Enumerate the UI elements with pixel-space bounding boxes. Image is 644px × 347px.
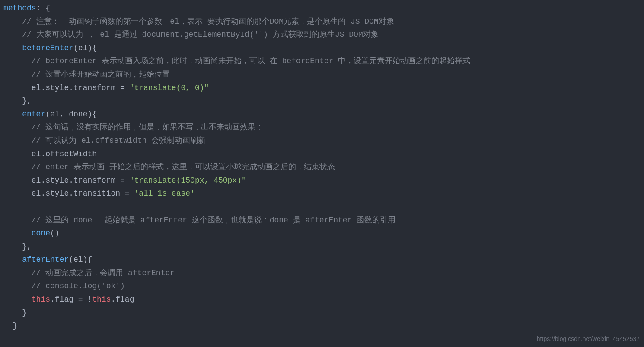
code-token: el	[78, 44, 88, 52]
code-token: this	[32, 295, 50, 304]
code-token: ()	[50, 229, 60, 238]
code-token	[3, 57, 32, 65]
code-token: },	[3, 96, 32, 105]
code-token: // 大家可以认为 ， el 是通过 document.getElementBy…	[22, 30, 378, 39]
code-token	[3, 229, 32, 238]
code-line: }	[3, 319, 641, 333]
code-token: el.style.transform =	[3, 176, 130, 185]
code-line: el.offsetWidth	[3, 148, 641, 161]
code-token: 'all 1s ease'	[134, 189, 194, 198]
code-token: afterEnter	[22, 255, 69, 264]
code-token: // 可以认为 el.offsetWidth 会强制动画刷新	[32, 136, 206, 145]
code-line: afterEnter(el){	[3, 253, 641, 267]
code-token: ){	[83, 255, 92, 264]
code-token: }	[3, 308, 27, 317]
code-token: el.style.transform =	[3, 84, 130, 92]
code-token	[3, 136, 32, 145]
code-token	[3, 282, 32, 290]
code-line: // console.log('ok')	[3, 280, 641, 293]
code-token: // 这句话，没有实际的作用，但是，如果不写，出不来动画效果；	[32, 123, 263, 132]
code-line: el.style.transform = "translate(150px, 4…	[3, 174, 641, 187]
code-token: ){	[87, 44, 97, 52]
code-token: : {	[36, 4, 50, 13]
code-token	[3, 163, 32, 171]
code-token: (	[73, 44, 78, 52]
code-token	[3, 30, 22, 39]
code-token: enter	[22, 110, 45, 119]
code-token	[3, 70, 32, 79]
code-line: // enter 表示动画 开始之后的样式，这里，可以设置小球完成动画之后的，结…	[3, 161, 641, 174]
code-token	[3, 295, 32, 304]
code-line: // 动画完成之后，会调用 afterEnter	[3, 267, 641, 280]
code-token: },	[3, 242, 32, 251]
code-line	[3, 200, 641, 214]
code-token: ){	[87, 110, 97, 119]
code-token: // enter 表示动画 开始之后的样式，这里，可以设置小球完成动画之后的，结…	[32, 163, 335, 171]
code-line: methods: {	[3, 2, 641, 15]
code-token: // 注意： 动画钩子函数的第一个参数：el，表示 要执行动画的那个DOM元素，…	[22, 17, 394, 26]
code-line: done()	[3, 227, 641, 240]
code-line: this.flag = !this.flag	[3, 293, 641, 306]
code-token: // 设置小球开始动画之前的，起始位置	[32, 70, 170, 79]
code-token: // console.log('ok')	[32, 282, 125, 290]
code-line: // 这里的 done， 起始就是 afterEnter 这个函数，也就是说：d…	[3, 214, 641, 227]
code-line: // 这句话，没有实际的作用，但是，如果不写，出不来动画效果；	[3, 121, 641, 134]
code-token: "translate(0, 0)"	[130, 84, 209, 92]
code-token	[3, 44, 22, 52]
code-token: this	[92, 295, 111, 304]
code-line: beforeEnter(el){	[3, 42, 641, 55]
code-line: }	[3, 306, 641, 320]
code-line: enter(el, done){	[3, 108, 641, 121]
code-token: // 这里的 done， 起始就是 afterEnter 这个函数，也就是说：d…	[32, 216, 395, 225]
code-line: // 大家可以认为 ， el 是通过 document.getElementBy…	[3, 28, 641, 42]
code-token	[3, 17, 22, 26]
code-token: methods	[3, 4, 36, 13]
code-token: (	[69, 255, 73, 264]
code-token: // 动画完成之后，会调用 afterEnter	[32, 269, 175, 277]
code-line: },	[3, 240, 641, 254]
code-token	[3, 216, 32, 225]
code-token	[3, 110, 22, 119]
code-line: // 可以认为 el.offsetWidth 会强制动画刷新	[3, 134, 641, 148]
code-token	[3, 123, 32, 132]
code-token: .flag = !	[50, 295, 92, 304]
code-token: }	[3, 321, 17, 330]
code-block: methods: { // 注意： 动画钩子函数的第一个参数：el，表示 要执行…	[0, 0, 644, 334]
code-token: // beforeEnter 表示动画入场之前，此时，动画尚未开始，可以 在 b…	[32, 57, 470, 65]
code-line: el.style.transition = 'all 1s ease'	[3, 187, 641, 200]
code-token: done	[32, 229, 50, 238]
code-line: // 注意： 动画钩子函数的第一个参数：el，表示 要执行动画的那个DOM元素，…	[3, 15, 641, 29]
code-token	[3, 255, 22, 264]
code-token: el, done	[50, 110, 87, 119]
code-line: el.style.transform = "translate(0, 0)"	[3, 81, 641, 95]
code-line: },	[3, 94, 641, 108]
code-token	[3, 269, 32, 277]
code-token: beforeEnter	[22, 44, 73, 52]
code-token: el.style.transition =	[3, 189, 134, 198]
code-token: el.offsetWidth	[3, 150, 97, 158]
code-token: el	[73, 255, 83, 264]
code-token: .flag	[111, 295, 134, 304]
code-line: // beforeEnter 表示动画入场之前，此时，动画尚未开始，可以 在 b…	[3, 55, 641, 68]
code-token: "translate(150px, 450px)"	[130, 176, 246, 185]
code-token: (	[45, 110, 50, 119]
watermark-text: https://blog.csdn.net/weixin_45452537	[537, 334, 640, 344]
code-line: // 设置小球开始动画之前的，起始位置	[3, 68, 641, 81]
